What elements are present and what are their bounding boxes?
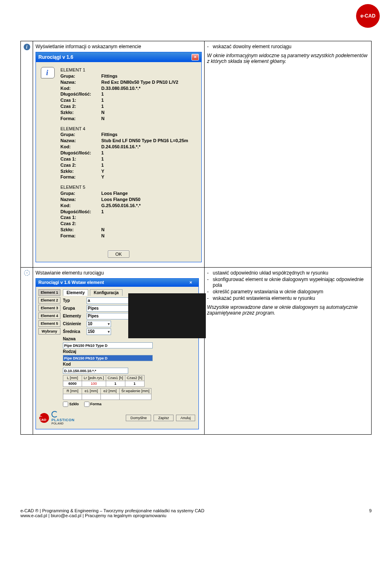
kv-value: 1: [101, 97, 104, 103]
insert-element-dialog: Rurociągi v 1.6 Wstaw element × Element …: [36, 278, 199, 429]
list-item: ustawić odpowiednio układ współrzędnych …: [207, 270, 369, 276]
info-icon: i: [24, 44, 30, 50]
row2-label-cell: Wstawianie elementu rurociągu Rurociągi …: [33, 267, 205, 434]
kv-value: N: [101, 227, 105, 233]
kv-value: 1: [101, 150, 104, 156]
kv-label: Czas 1:: [60, 97, 101, 103]
kv-label: Szkło:: [60, 227, 101, 233]
e2-input[interactable]: [101, 394, 120, 400]
kv-value: D.24.050.016.16.*.*: [101, 144, 140, 150]
balloon-info-icon: [41, 67, 56, 82]
szklo-checkbox[interactable]: Szkło: [63, 402, 79, 406]
nazwa-field[interactable]: Pipe DN150 PN10 Type D: [63, 342, 153, 348]
plasticon-logo: PLASTICON POLAND: [51, 411, 75, 425]
kod-label: Kod: [63, 362, 79, 366]
row1-desc: wskazać dowolny element rurociągu W okni…: [205, 41, 372, 268]
kv-value: Loos Flange: [101, 190, 128, 196]
param-grid-1: L [mm] Lr [jedn.rys.] Czas1 [h] Czas2 [h…: [63, 375, 145, 387]
row2-label: Wstawianie elementu rurociągu: [36, 270, 202, 276]
element-list: ELEMENT 1Grupa:FittingsNazwa:Red Exc DN8…: [60, 67, 188, 243]
tab-elementy[interactable]: Elementy: [63, 289, 88, 296]
list-item: określić parametry wstawiania w oknie di…: [207, 289, 369, 295]
grupa-label: Grupa: [63, 306, 87, 310]
elementy-label: Elementy: [63, 314, 87, 318]
ecad-logo: e-CAD: [356, 4, 380, 28]
side-button[interactable]: Element 3: [38, 305, 60, 311]
typ-label: Typ: [63, 298, 87, 303]
kv-value: N: [101, 116, 105, 122]
dialog2-title: Rurociągi v 1.6 Wstaw element: [38, 280, 104, 286]
srednica-select[interactable]: 150: [87, 328, 111, 335]
row1-italic: W oknie informacyjnym widoczne są parame…: [207, 53, 369, 64]
kv-value: Fittings: [101, 132, 118, 138]
dialog2-titlebar: Rurociągi v 1.6 Wstaw element ×: [36, 279, 198, 287]
kv-label: Nazwa:: [60, 138, 101, 144]
element-title: ELEMENT 4: [60, 126, 188, 132]
insert-point-icon: [24, 270, 30, 276]
side-button[interactable]: Element 5: [38, 320, 60, 327]
lr-input[interactable]: 100: [82, 381, 106, 386]
cisnienie-select[interactable]: 10: [87, 321, 111, 327]
kv-value: Red Exc DN80x50 Type D PN10 L/V2: [101, 79, 178, 85]
kv-label: Szkło:: [60, 109, 101, 116]
page-footer: e-CAD ® | Programming & Engineering – Tw…: [20, 508, 372, 518]
kv-value: Loos Flange DN50: [101, 196, 140, 203]
element-title: ELEMENT 1: [60, 67, 188, 73]
kv-label: Forma:: [60, 174, 101, 180]
ok-button[interactable]: OK: [108, 250, 130, 258]
srednica-label: Średnica: [63, 329, 87, 334]
dialog1-titlebar: Rurociągi v 1.6 ×: [36, 52, 201, 62]
kv-value: Y: [101, 174, 104, 180]
dialog1-title: Rurociągi v 1.6: [38, 54, 73, 60]
side-button[interactable]: Element 4: [38, 313, 60, 319]
kv-label: Nazwa:: [60, 79, 101, 85]
e1-input[interactable]: [82, 394, 101, 400]
srw-input[interactable]: [120, 394, 151, 400]
close-icon[interactable]: ×: [189, 280, 196, 286]
r-input[interactable]: [63, 394, 82, 400]
tab-konfiguracja[interactable]: Konfiguracja: [90, 289, 122, 296]
kv-label: Forma:: [60, 233, 101, 239]
element-title: ELEMENT 5: [60, 184, 188, 190]
side-button[interactable]: Element 1: [38, 289, 60, 296]
rodzaj-field[interactable]: Pipe DN150 PN10 Type D: [63, 355, 153, 361]
anuluj-button[interactable]: Anuluj: [176, 415, 195, 421]
footer-logos: e-CAD PLASTICON POLAND: [39, 411, 75, 425]
kv-value: Fittings: [101, 73, 118, 79]
kv-value: Stub End LF DN50 Type D PN16 L=0,25m: [101, 138, 188, 144]
czas2-input[interactable]: 1: [125, 381, 144, 386]
kv-label: Szkło:: [60, 168, 101, 174]
kv-value: 1: [101, 103, 104, 109]
close-icon[interactable]: ×: [192, 54, 199, 60]
rodzaj-label: Rodzaj: [63, 349, 79, 354]
forma-checkbox[interactable]: Forma: [84, 402, 102, 406]
zapisz-button[interactable]: Zapisz: [154, 415, 174, 421]
page-number: 9: [369, 508, 372, 513]
kv-label: Kod:: [60, 144, 101, 150]
row2-desc: ustawić odpowiednio układ współrzędnych …: [205, 267, 372, 434]
element-side-buttons: Element 1Element 2Element 3Element 4Elem…: [38, 289, 60, 407]
kv-label: Kod:: [60, 203, 101, 209]
row1-label-cell: Wyświetlanie informacji o wskazanym elem…: [33, 41, 205, 268]
kv-value: 1: [101, 209, 104, 215]
preview-area: [128, 293, 206, 338]
kv-label: Grupa:: [60, 190, 101, 196]
kv-label: Długość/Ilość:: [60, 91, 101, 97]
param-grid-2: R [mm] e1 [mm] e2 [mm] Śr.wpalenie [mm]: [63, 388, 151, 400]
kv-value: 1: [101, 91, 104, 97]
kv-value: N: [101, 109, 105, 116]
kv-label: Czas 2:: [60, 221, 101, 227]
kv-label: Kod:: [60, 85, 101, 92]
czas1-input[interactable]: 1: [106, 381, 125, 386]
row1-label: Wyświetlanie informacji o wskazanym elem…: [36, 44, 202, 49]
kv-label: Grupa:: [60, 132, 101, 138]
cisnienie-label: Ciśnienie: [63, 322, 87, 326]
kod-field[interactable]: D.10.150.000.10.*.*: [63, 368, 128, 374]
kv-label: Grupa:: [60, 73, 101, 79]
l-input[interactable]: 6000: [63, 381, 82, 386]
side-button[interactable]: Wybrany: [38, 328, 60, 335]
kv-value: N: [101, 233, 105, 239]
side-button[interactable]: Element 2: [38, 297, 60, 304]
domyslne-button[interactable]: Domyślne: [126, 415, 151, 421]
ecad-mini-logo: e-CAD: [39, 413, 49, 423]
